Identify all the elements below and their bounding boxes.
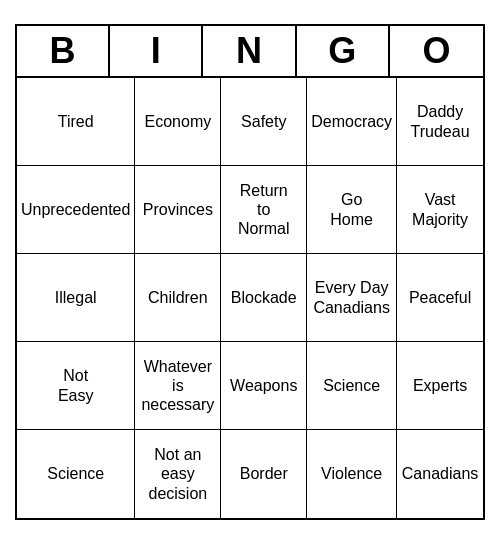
cell-text: Children	[148, 288, 208, 307]
header-letter: B	[17, 26, 110, 76]
cell-text: Safety	[241, 112, 286, 131]
header-letter: G	[297, 26, 390, 76]
cell-text: DaddyTrudeau	[411, 102, 470, 140]
cell-text: Whateverisnecessary	[141, 357, 214, 415]
cell-text: Violence	[321, 464, 382, 483]
cell-text: Illegal	[55, 288, 97, 307]
bingo-cell: Every DayCanadians	[307, 254, 397, 342]
header-letter: O	[390, 26, 483, 76]
cell-text: Science	[323, 376, 380, 395]
bingo-cell: VastMajority	[397, 166, 483, 254]
bingo-cell: DaddyTrudeau	[397, 78, 483, 166]
bingo-cell: Science	[307, 342, 397, 430]
bingo-cell: Violence	[307, 430, 397, 518]
bingo-cell: Safety	[221, 78, 307, 166]
bingo-header: BINGO	[17, 26, 483, 78]
cell-text: Provinces	[143, 200, 213, 219]
bingo-cell: Children	[135, 254, 221, 342]
bingo-cell: GoHome	[307, 166, 397, 254]
bingo-cell: ReturntoNormal	[221, 166, 307, 254]
cell-text: Unprecedented	[21, 200, 130, 219]
cell-text: ReturntoNormal	[238, 181, 290, 239]
bingo-cell: Illegal	[17, 254, 135, 342]
cell-text: Weapons	[230, 376, 297, 395]
bingo-cell: Tired	[17, 78, 135, 166]
cell-text: Every DayCanadians	[313, 278, 390, 316]
bingo-cell: Provinces	[135, 166, 221, 254]
cell-text: Science	[47, 464, 104, 483]
cell-text: NotEasy	[58, 366, 94, 404]
cell-text: Border	[240, 464, 288, 483]
cell-text: VastMajority	[412, 190, 468, 228]
bingo-cell: Canadians	[397, 430, 483, 518]
cell-text: Canadians	[402, 464, 479, 483]
bingo-cell: Whateverisnecessary	[135, 342, 221, 430]
cell-text: Economy	[145, 112, 212, 131]
cell-text: GoHome	[330, 190, 373, 228]
cell-text: Democracy	[311, 112, 392, 131]
bingo-card: BINGO TiredEconomySafetyDemocracyDaddyTr…	[15, 24, 485, 520]
header-letter: N	[203, 26, 296, 76]
bingo-cell: Economy	[135, 78, 221, 166]
cell-text: Experts	[413, 376, 467, 395]
bingo-cell: Science	[17, 430, 135, 518]
bingo-cell: Weapons	[221, 342, 307, 430]
bingo-cell: Not aneasydecision	[135, 430, 221, 518]
bingo-cell: Democracy	[307, 78, 397, 166]
bingo-cell: Unprecedented	[17, 166, 135, 254]
bingo-cell: NotEasy	[17, 342, 135, 430]
cell-text: Not aneasydecision	[149, 445, 208, 503]
cell-text: Peaceful	[409, 288, 471, 307]
bingo-cell: Peaceful	[397, 254, 483, 342]
cell-text: Tired	[58, 112, 94, 131]
cell-text: Blockade	[231, 288, 297, 307]
bingo-cell: Border	[221, 430, 307, 518]
header-letter: I	[110, 26, 203, 76]
bingo-cell: Experts	[397, 342, 483, 430]
bingo-cell: Blockade	[221, 254, 307, 342]
bingo-grid: TiredEconomySafetyDemocracyDaddyTrudeauU…	[17, 78, 483, 518]
